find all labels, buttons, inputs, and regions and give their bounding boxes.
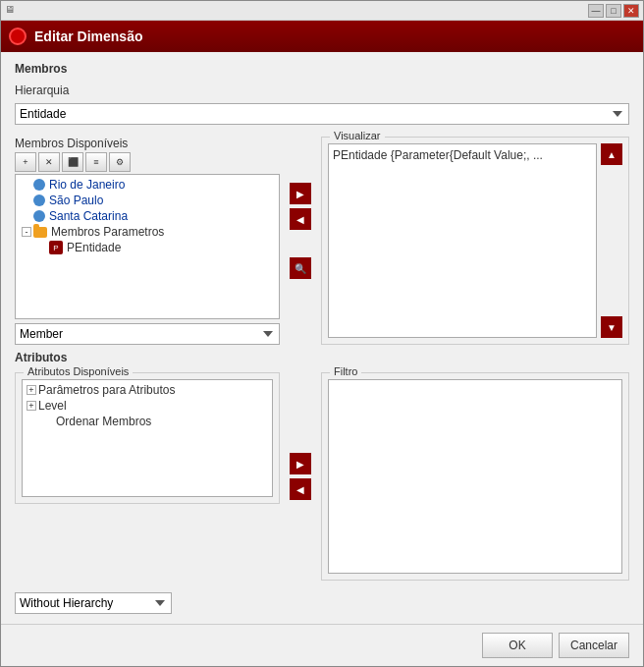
attrs-left-panel: Atributos Disponíveis + Parâmetros para … (15, 372, 280, 581)
add-member-button[interactable]: ▶ (290, 183, 311, 204)
expand-membros[interactable]: - (22, 227, 31, 237)
tree-label-rio: Rio de Janeiro (49, 178, 125, 192)
atributos-disponiveis-group: Atributos Disponíveis + Parâmetros para … (15, 372, 280, 504)
param-icon-pentidade: P (49, 241, 63, 254)
tree-label-pentidade: PEntidade (67, 241, 121, 254)
minimize-button[interactable]: — (588, 4, 604, 18)
tree-item-sao[interactable]: São Paulo (18, 193, 277, 208)
right-panel: Visualizar PEntidade {Parameter{Default … (321, 137, 629, 345)
tree-label-sao: São Paulo (49, 194, 103, 207)
expand-params[interactable]: + (27, 385, 36, 395)
member-type-select[interactable]: Member (15, 323, 280, 345)
tree-item-pentidade[interactable]: P PEntidade (18, 240, 277, 255)
tree-label-membros: Membros Parametros (51, 225, 164, 239)
ok-button[interactable]: OK (482, 633, 553, 658)
members-tree[interactable]: Rio de Janeiro São Paulo Santa Catarina (15, 174, 280, 319)
visualizar-title: Visualizar (330, 130, 385, 141)
filtro-title: Filtro (330, 365, 361, 377)
maximize-button[interactable]: □ (606, 4, 621, 18)
close-button[interactable]: ✕ (623, 4, 639, 18)
visualizar-text: PEntidade {Parameter{Default Value;, ... (333, 148, 543, 162)
toolbar-btn-4[interactable]: ≡ (85, 152, 107, 172)
filtro-content[interactable] (328, 379, 622, 574)
window-controls: — □ ✕ (588, 4, 639, 18)
sphere-icon-rio (33, 179, 45, 191)
hierarchy-select[interactable]: Entidade (15, 103, 629, 125)
hierarchy-section: Hierarquia Entidade (15, 83, 629, 125)
visualizar-updown: ▲ ▼ (601, 143, 622, 338)
title-icon (9, 28, 27, 45)
membros-disponiveis-label: Membros Disponíveis (15, 137, 280, 150)
tree-item-membros[interactable]: - Membros Parametros (18, 224, 277, 240)
atributos-disponiveis-title: Atributos Disponíveis (24, 365, 133, 377)
toolbar-btn-3[interactable]: ⬛ (62, 152, 83, 172)
visualizar-group: Visualizar PEntidade {Parameter{Default … (321, 137, 629, 345)
cancel-button[interactable]: Cancelar (559, 633, 629, 658)
sphere-icon-sao (33, 195, 45, 206)
members-main-area: Membros Disponíveis + ✕ ⬛ ≡ ⚙ Rio de Jan… (15, 137, 629, 345)
sphere-icon-santa (33, 210, 45, 222)
titlebar: Editar Dimensão (1, 21, 643, 52)
visualizar-content: PEntidade {Parameter{Default Value;, ... (328, 143, 597, 338)
folder-icon-membros (33, 227, 47, 238)
hierarchy-label: Hierarquia (15, 83, 629, 97)
left-panel: Membros Disponíveis + ✕ ⬛ ≡ ⚙ Rio de Jan… (15, 137, 280, 345)
tree-label-santa: Santa Catarina (49, 209, 128, 223)
atributos-section-label: Atributos (15, 351, 629, 364)
search-member-button[interactable]: 🔍 (290, 257, 311, 279)
attr-item-ordenar[interactable]: Ordenar Membros (25, 414, 270, 429)
toolbar-btn-5[interactable]: ⚙ (109, 152, 131, 172)
filtro-panel: Filtro (321, 372, 629, 581)
visualizar-up-button[interactable]: ▲ (601, 143, 622, 165)
tree-item-rio[interactable]: Rio de Janeiro (18, 177, 277, 193)
toolbar-btn-2[interactable]: ✕ (38, 152, 60, 172)
filtro-group: Filtro (321, 372, 629, 581)
ok-cancel-row: OK Cancelar (1, 624, 643, 666)
attr-label-level: Level (38, 399, 67, 413)
add-attr-button[interactable]: ▶ (290, 453, 311, 474)
attr-item-params[interactable]: + Parâmetros para Atributos (25, 382, 270, 398)
remove-member-button[interactable]: ◀ (290, 208, 311, 230)
expand-level[interactable]: + (27, 401, 36, 411)
attrs-row: Atributos Disponíveis + Parâmetros para … (15, 372, 629, 581)
system-bar: 🖥 — □ ✕ (1, 1, 643, 21)
remove-attr-button[interactable]: ◀ (290, 478, 311, 500)
attrs-tree[interactable]: + Parâmetros para Atributos + Level Orde… (22, 379, 273, 497)
tree-item-santa[interactable]: Santa Catarina (18, 208, 277, 224)
member-select-row: Member (15, 323, 280, 345)
dialog-content: Membros Hierarquia Entidade Membros Disp… (1, 52, 643, 624)
dialog-title: Editar Dimensão (34, 28, 635, 44)
attr-label-params: Parâmetros para Atributos (38, 383, 175, 397)
app-icon: 🖥 (5, 4, 19, 18)
attr-item-level[interactable]: + Level (25, 398, 270, 414)
visualizar-down-button[interactable]: ▼ (601, 316, 622, 338)
members-toolbar: + ✕ ⬛ ≡ ⚙ (15, 152, 280, 172)
bottom-row: Without Hierarchy (15, 592, 629, 614)
toolbar-btn-1[interactable]: + (15, 152, 36, 172)
main-window: 🖥 — □ ✕ Editar Dimensão Membros Hierarqu… (0, 0, 644, 667)
membros-label: Membros (15, 62, 629, 76)
attr-label-ordenar: Ordenar Membros (56, 415, 151, 428)
without-hierarchy-select[interactable]: Without Hierarchy (15, 592, 172, 614)
